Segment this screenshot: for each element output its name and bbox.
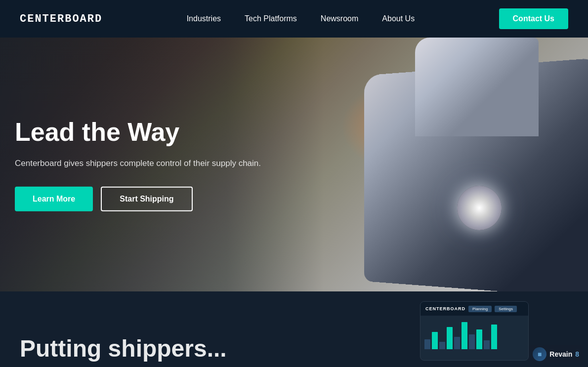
nav-newsroom[interactable]: Newsroom [321, 14, 358, 23]
chart-bar-7 [469, 334, 475, 349]
chart-bar-3 [439, 342, 445, 349]
nav-links: Industries Tech Platforms Newsroom About… [187, 14, 415, 23]
hero-buttons: Learn More Start Shipping [15, 187, 261, 211]
dashboard-card-header: CENTERBOARD Planning Settings [420, 302, 528, 316]
dashboard-card-body [420, 316, 528, 353]
contact-us-button[interactable]: Contact Us [499, 8, 568, 29]
chart-bar-6 [462, 322, 467, 349]
learn-more-button[interactable]: Learn More [15, 187, 93, 211]
chart-bar-9 [484, 340, 490, 349]
revain-icon: ■ [533, 347, 546, 361]
hero-subtitle: Centerboard gives shippers complete cont… [15, 157, 261, 170]
dashboard-logo: CENTERBOARD [425, 306, 465, 311]
site-logo[interactable]: CENTERBOARD [20, 13, 102, 25]
nav-tech-platforms[interactable]: Tech Platforms [245, 14, 297, 23]
chart-bar-2 [432, 332, 438, 349]
bottom-heading: Putting shippers... [20, 336, 227, 362]
chart-bar-10 [491, 325, 497, 349]
revain-number: 8 [575, 350, 579, 358]
chart-bar-8 [476, 329, 482, 349]
hero-content: Lead the Way Centerboard gives shippers … [15, 118, 261, 211]
nav-about-us[interactable]: About Us [382, 14, 415, 23]
chart-bar-1 [424, 339, 430, 349]
chart-bar-5 [454, 337, 460, 349]
chart-bar-4 [447, 327, 453, 349]
nav-industries[interactable]: Industries [187, 14, 221, 23]
dashboard-card: CENTERBOARD Planning Settings [420, 301, 529, 361]
hero-title: Lead the Way [15, 118, 261, 147]
dashboard-chart [424, 320, 524, 349]
revain-badge: ■ Revain 8 [529, 345, 583, 363]
dashboard-tab-planning[interactable]: Planning [468, 306, 492, 312]
start-shipping-button[interactable]: Start Shipping [101, 187, 192, 211]
hero-section: Lead the Way Centerboard gives shippers … [0, 38, 588, 291]
navbar: CENTERBOARD Industries Tech Platforms Ne… [0, 0, 588, 38]
revain-label: Revain [549, 350, 572, 358]
bottom-section: Putting shippers... CENTERBOARD Planning… [0, 291, 588, 367]
truck-headlight [457, 186, 502, 230]
dashboard-tab-settings[interactable]: Settings [495, 306, 517, 312]
